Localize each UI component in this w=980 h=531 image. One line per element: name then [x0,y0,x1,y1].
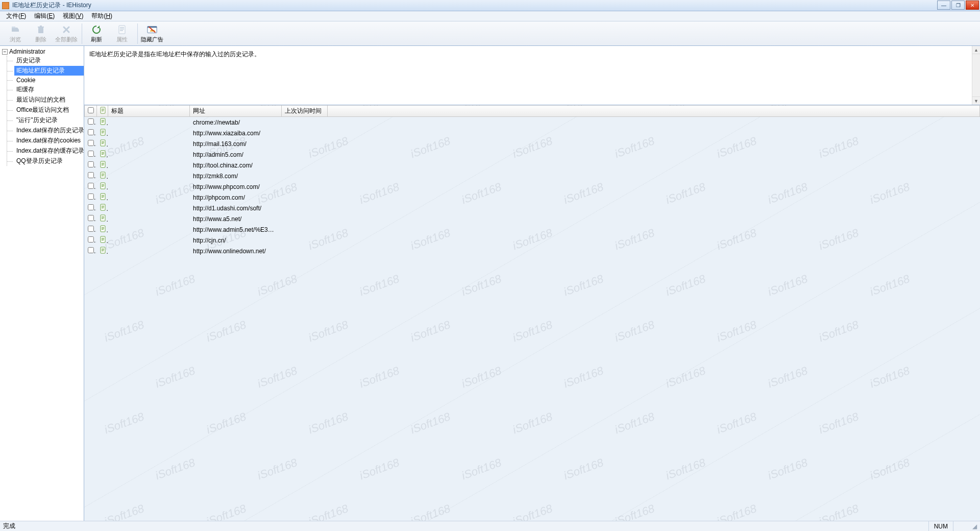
tree-node-2[interactable]: Cookie [14,76,84,84]
scroll-down-icon[interactable]: ▼ [972,96,980,105]
svg-rect-47 [102,206,104,206]
row-checkbox[interactable] [88,226,94,232]
row-lastvisit [282,192,328,203]
tree-collapse-icon[interactable]: − [2,49,8,55]
svg-rect-39 [102,184,104,185]
table-row[interactable]: http://mail.163.com/ [85,138,980,149]
page-icon [100,107,106,114]
tree-node-8[interactable]: Index.dat保存的cookies [14,136,84,146]
tree-node-1[interactable]: IE地址栏历史记录 [14,66,84,76]
table-row[interactable]: http://www.phpcom.com/ [85,181,980,192]
description-scrollbar[interactable]: ▲ ▼ [972,46,980,105]
row-checkbox[interactable] [88,247,94,253]
svg-rect-3 [40,26,42,27]
row-checkbox[interactable] [88,140,94,146]
sidebar-tree[interactable]: −Administrator 历史记录IE地址栏历史记录CookieIE缓存最近… [0,46,84,521]
row-checkbox[interactable] [88,236,94,243]
tree-root-label[interactable]: Administrator [9,48,45,55]
column-header-checkbox[interactable] [85,106,97,117]
row-url: http://cjn.cn/ [190,235,282,246]
menu-v[interactable]: 视图(V) [59,11,87,21]
history-table-wrap[interactable]: iSoft168iSoft168iSoft168iSoft168iSoft168… [84,105,980,521]
table-row[interactable]: http://www.a5.net/ [85,213,980,224]
toolbar-hidead-button[interactable]: 隐藏广告 [140,22,164,45]
table-row[interactable]: http://d1.udashi.com/soft/ [85,203,980,213]
row-url: http://zmk8.com/ [190,171,282,181]
table-row[interactable]: http://www.xiazaiba.com/ [85,128,980,138]
row-url: http://phpcom.com/ [190,192,282,203]
row-title [108,224,190,235]
svg-rect-36 [102,175,104,175]
tree-node-3[interactable]: IE缓存 [14,85,84,94]
table-row[interactable]: http://admin5.com/ [85,149,980,160]
row-title [108,138,190,149]
svg-rect-2 [38,27,44,28]
table-row[interactable]: http://cjn.cn/ [85,235,980,246]
maximize-button[interactable]: ❐ [951,1,965,10]
tree-node-4[interactable]: 最近访问过的文档 [14,95,84,105]
toolbar: 浏览删除全部删除刷新属性隐藏广告 [0,21,980,46]
column-header-lastvisit[interactable]: 上次访问时间 [282,106,328,117]
tree-node-5[interactable]: Office最近访问文档 [14,105,84,115]
menu-bar: 文件(F)编辑(E)视图(V)帮助(H) [0,11,980,21]
row-title [108,171,190,181]
tree-node-7[interactable]: Index.dat保存的历史记录 [14,126,84,135]
table-row[interactable]: http://www.onlinedown.net/ [85,246,980,256]
svg-rect-37 [102,176,104,176]
row-title [108,192,190,203]
row-checkbox[interactable] [88,172,94,178]
svg-rect-44 [102,196,104,197]
page-icon [100,214,106,222]
page-icon [100,193,106,200]
row-checkbox[interactable] [88,118,94,125]
row-url: http://www.phpcom.com/ [190,181,282,192]
table-row[interactable]: http://phpcom.com/ [85,192,980,203]
table-row[interactable]: chrome://newtab/ [85,117,980,128]
row-checkbox[interactable] [88,151,94,157]
column-header-title[interactable]: 标题 [108,106,190,117]
minimize-button[interactable]: — [937,1,950,10]
svg-rect-27 [102,152,104,153]
menu-e[interactable]: 编辑(E) [30,11,59,21]
row-title [108,117,190,128]
row-checkbox[interactable] [88,204,94,210]
tree-node-10[interactable]: QQ登录历史记录 [14,156,84,166]
toolbar-delete-label: 删除 [35,36,46,43]
row-checkbox[interactable] [88,194,94,200]
menu-f[interactable]: 文件(F) [2,11,30,21]
svg-rect-45 [102,197,104,198]
tree-node-9[interactable]: Index.dat保存的缓存记录 [14,146,84,156]
toolbar-props-label: 属性 [116,36,128,43]
menu-h[interactable]: 帮助(H) [87,11,116,21]
close-button[interactable]: ✕ [966,1,979,10]
tree-node-0[interactable]: 历史记录 [14,56,84,65]
toolbar-hidead-label: 隐藏广告 [141,36,163,43]
window-title: IE地址栏历史记录 - IEHistory [12,1,91,10]
svg-rect-0 [12,27,15,28]
row-checkbox[interactable] [88,215,94,221]
select-all-checkbox[interactable] [88,107,94,113]
table-row[interactable]: http://www.admin5.net/%E3%80%81 [85,224,980,235]
row-checkbox[interactable] [88,129,94,135]
table-row[interactable]: http://zmk8.com/ [85,171,980,181]
row-lastvisit [282,171,328,181]
svg-rect-29 [102,154,104,155]
row-lastvisit [282,128,328,138]
row-checkbox[interactable] [88,183,94,189]
svg-rect-12 [102,110,104,110]
toolbar-refresh-button[interactable]: 刷新 [84,22,109,45]
svg-rect-15 [102,120,104,120]
content-pane: IE地址栏历史记录是指在IE地址栏中保存的输入过的历史记录。 ▲ ▼ iSoft… [84,46,980,521]
tree-node-6[interactable]: "运行"历史记录 [14,115,84,125]
column-header-spacer [328,106,980,117]
row-lastvisit [282,117,328,128]
column-header-icon[interactable] [97,106,108,117]
row-checkbox[interactable] [88,161,94,167]
scroll-up-icon[interactable]: ▲ [972,46,980,54]
table-row[interactable]: http://tool.chinaz.com/ [85,160,980,171]
resize-grip-icon[interactable]: ◢ [969,523,977,530]
delete-icon [36,25,46,35]
column-header-url[interactable]: 网址 [190,106,282,117]
svg-rect-65 [102,251,104,251]
row-title [108,213,190,224]
